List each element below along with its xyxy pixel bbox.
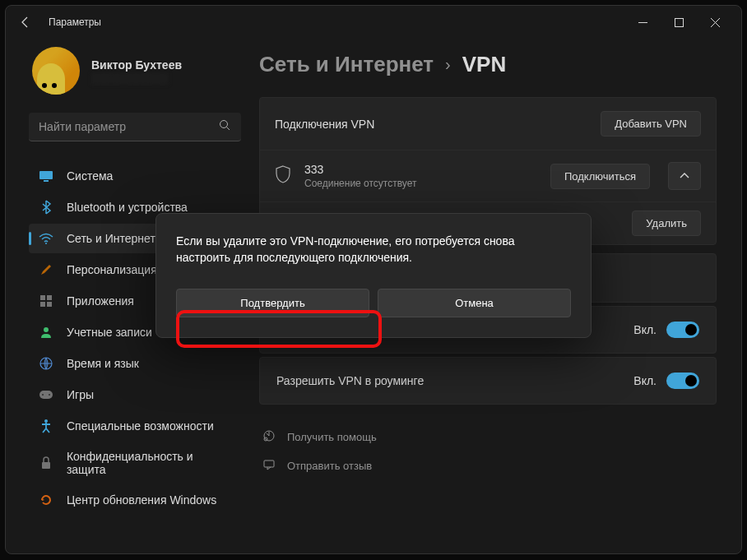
- dialog-backdrop: Если вы удалите это VPN-подключение, его…: [6, 6, 741, 553]
- confirm-dialog: Если вы удалите это VPN-подключение, его…: [155, 213, 592, 338]
- cancel-button[interactable]: Отмена: [378, 289, 571, 317]
- confirm-button[interactable]: Подтвердить: [176, 289, 369, 317]
- settings-window: Параметры Виктор Бухтеев ████████████: [5, 5, 742, 554]
- dialog-message: Если вы удалите это VPN-подключение, его…: [176, 234, 571, 266]
